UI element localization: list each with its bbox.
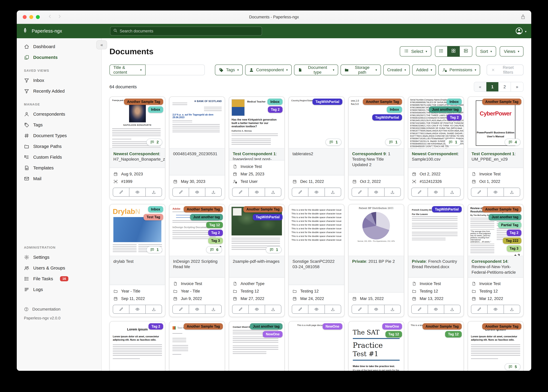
tag-badge[interactable]: Tag 2 [208, 230, 223, 236]
tag-badge[interactable]: Just another tag [429, 106, 462, 113]
document-thumbnail[interactable]: Francja pod rNAPOLEON BONAPARTEAnother S… [110, 97, 165, 148]
sidebar-item-dashboard[interactable]: Dashboard [17, 41, 101, 52]
page-next-button[interactable]: » [511, 82, 523, 91]
download-button[interactable] [504, 188, 520, 196]
tag-badge[interactable]: NewOne [323, 323, 342, 329]
document-correspondent[interactable]: Correspondent 9 [352, 152, 386, 156]
tag-badge[interactable]: Just another tag [250, 323, 283, 329]
tag-badge[interactable]: Another Sample Tag [184, 206, 223, 212]
view-button[interactable] [249, 188, 265, 196]
tag-badge[interactable]: Inbox [267, 98, 282, 105]
tag-badge[interactable]: Tag 12 [445, 331, 462, 337]
notes-badge[interactable]: 1 [266, 246, 282, 253]
document-card[interactable]: Lorem ipsumLorem ipsum dolor sit amet, c… [109, 321, 165, 371]
document-title[interactable]: 2sample-pdf-with-images [229, 256, 284, 278]
document-card[interactable]: This is a multi page document. Page 1.Ne… [288, 321, 344, 371]
sidebar-item-tags[interactable]: Tags [17, 119, 101, 130]
view-button[interactable] [189, 188, 205, 196]
document-thumbnail[interactable]: French Country BreadFor the LeavenTagWit… [408, 204, 463, 256]
tag-badge[interactable]: Tag 2 [507, 230, 521, 236]
page-1-button[interactable]: 1 [486, 82, 499, 91]
document-thumbnail[interactable]: Serial Number,Company Name,Employe978818… [408, 97, 463, 148]
view-button[interactable] [488, 305, 504, 313]
view-button[interactable] [129, 305, 146, 313]
document-card[interactable]: Review of Arbitral Awards Shows Swift Re… [468, 204, 523, 317]
document-thumbnail[interactable]: DrylabNInboxTest Tag1 [110, 204, 165, 256]
sidebar-item-users-groups[interactable]: Users & Groups [17, 263, 101, 273]
sidebar-item-storage-paths[interactable]: Storage Paths [17, 141, 101, 152]
sort-button[interactable]: Sort▾ [476, 46, 496, 56]
document-title[interactable]: drylab Test [110, 256, 165, 285]
tag-badge[interactable]: TagWithPartial [253, 214, 282, 220]
global-search[interactable] [110, 27, 262, 35]
tag-badge[interactable]: TagWithPartial [312, 98, 342, 105]
download-button[interactable] [444, 188, 460, 196]
document-card[interactable]: Medical TeacherHas the new Kirkpatrick g… [229, 97, 285, 200]
document-title[interactable]: Correspondent 14: Review-of-New-York-Fed… [468, 256, 523, 278]
download-button[interactable] [265, 305, 281, 313]
select-button[interactable]: Select▾ [400, 46, 431, 56]
document-card[interactable]: AdobeInDesign Scripting DocumentationAno… [169, 204, 225, 317]
tag-badge[interactable]: Another Sample Tag [482, 98, 521, 105]
document-card[interactable]: Lorem ipsumLorem ipsum dolor sit amet, c… [468, 321, 523, 371]
download-button[interactable] [146, 305, 162, 313]
reset-filters-button[interactable]: Reset filters [487, 64, 523, 75]
view-grid-button[interactable] [447, 46, 460, 56]
filter-storage-path-button[interactable]: Storage path▾ [340, 64, 381, 75]
sidebar-item-file-tasks[interactable]: File Tasks16 [17, 273, 101, 284]
document-thumbnail[interactable]: Patient BP Distribution 2011Normal, 150,… [349, 204, 404, 256]
document-thumbnail[interactable]: This is a testAnother Sample TagTag 12 [408, 322, 463, 371]
document-card[interactable]: one,1.0five,5.0Another Sample TagInboxTa… [348, 97, 404, 200]
document-card[interactable]: Country,Region/State,"TagWithPartial1tab… [288, 97, 344, 200]
download-button[interactable] [384, 305, 401, 313]
document-title[interactable]: Test Correspondent 1: [paperless] test p… [229, 148, 284, 161]
tag-badge[interactable]: NewOne [263, 331, 282, 337]
sidebar-collapse-button[interactable]: « [96, 40, 107, 49]
tag-badge[interactable]: Inbox [148, 106, 163, 113]
view-detail-button[interactable] [460, 46, 472, 56]
user-menu[interactable]: ▾ [515, 27, 526, 36]
tag-badge[interactable]: Inbox [447, 98, 462, 105]
tag-badge[interactable]: Tag 2 [447, 114, 461, 120]
view-button[interactable] [428, 188, 444, 196]
download-button[interactable] [146, 188, 162, 196]
document-correspondent[interactable]: Private [352, 259, 366, 264]
filter-created-button[interactable]: Created▾ [383, 64, 410, 75]
edit-button[interactable] [173, 188, 189, 196]
document-card[interactable]: DrylabNInboxTest Tag1drylab TestYear - T… [109, 204, 165, 317]
tag-badge[interactable]: Tag 12 [385, 331, 402, 337]
document-thumbnail[interactable]: Country,Region/State,"TagWithPartial1 [289, 97, 344, 148]
edit-button[interactable] [471, 188, 488, 196]
tag-badge[interactable]: Tag 2 [268, 106, 282, 113]
document-title[interactable]: Test Correspondent 1: UM_PPBE_en_v29 [468, 148, 523, 168]
edit-button[interactable] [292, 305, 308, 313]
tag-badge[interactable]: Another Sample Tag [482, 323, 521, 329]
document-card[interactable]: CyberPowerPowerPanel® Business EditionUs… [468, 97, 523, 200]
notes-badge[interactable]: 1 [325, 139, 341, 146]
edit-button[interactable] [471, 305, 488, 313]
document-card[interactable]: This is a test for the double space char… [288, 204, 344, 317]
tag-badge[interactable]: TagWithPartial [432, 206, 462, 212]
tag-badge[interactable]: Another Sample Tag [423, 323, 462, 329]
document-card[interactable]: ✳ BANK OF SCOTLAND2,0 % p. a. auf Ihr Ta… [169, 97, 225, 200]
page-2-button[interactable]: 2 [499, 82, 511, 91]
tag-badge[interactable]: NewOne [382, 323, 402, 329]
document-title[interactable]: Correspondent 9: 1 Testing New Title Upd… [349, 148, 404, 175]
document-card[interactable]: Contact Sheet DemoJust another tagNewOne [229, 321, 285, 371]
tag-badge[interactable]: Partial Tag [498, 222, 521, 228]
document-thumbnail[interactable]: The SATPracticeTest #1Make time to take … [349, 322, 404, 371]
document-thumbnail[interactable]: AdobeInDesign Scripting DocumentationAno… [169, 204, 225, 256]
notes-badge[interactable]: 2 [146, 139, 162, 146]
filter-correspondent-button[interactable]: Correspondent▾ [245, 64, 292, 75]
view-button[interactable] [129, 188, 146, 196]
download-button[interactable] [205, 305, 221, 313]
edit-button[interactable] [292, 188, 308, 196]
document-card[interactable]: Test NameAnother Sample Tag [169, 321, 225, 371]
document-title[interactable]: 0004814539_20230531 [169, 148, 225, 175]
tag-badge[interactable]: Inbox [148, 206, 163, 212]
filter-document-type-button[interactable]: Document type▾ [294, 64, 338, 75]
tag-badge[interactable]: TagWithPartial [372, 114, 402, 120]
document-thumbnail[interactable]: Another Sample TagTagWithPartial1 [229, 204, 284, 256]
edit-button[interactable] [173, 305, 189, 313]
download-button[interactable] [265, 188, 281, 196]
